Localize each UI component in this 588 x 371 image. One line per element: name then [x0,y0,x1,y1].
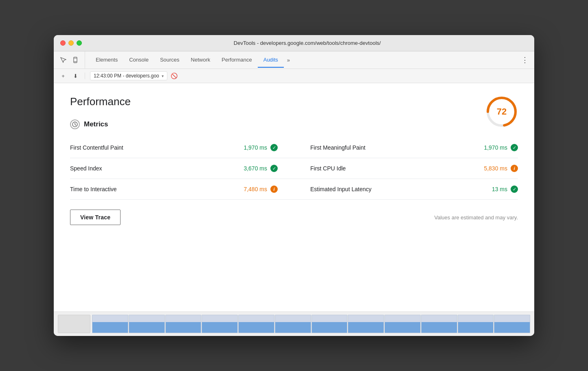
strip-frames [58,315,530,333]
audit-timestamp: 12:43:00 PM - developers.goo [94,73,159,79]
metric-value-wrapper: 7,480 ms i [244,186,278,193]
score-circle-container: 72 [485,95,518,128]
audit-selector[interactable]: 12:43:00 PM - developers.goo ▾ [90,71,167,80]
main-content: Performance 72 Metrics [54,83,534,311]
tab-performance[interactable]: Performance [216,53,257,68]
toolbar-right: ⋮ [520,55,529,64]
minimize-button[interactable] [68,40,74,46]
metric-label: Estimated Input Latency [310,186,371,192]
filmstrip-frame[interactable] [165,315,202,333]
filmstrip-frame[interactable] [238,315,274,333]
filmstrip-frame[interactable] [494,315,530,333]
metric-status-icon: i [270,186,278,193]
metric-first-meaningful-paint: First Meaningful Paint 1,970 ms ✓ [294,137,518,158]
toolbar-icons [59,51,85,68]
maximize-button[interactable] [77,40,82,46]
metric-value: 13 ms [492,186,507,192]
filmstrip-frame[interactable] [458,315,494,333]
add-audit-button[interactable]: + [59,71,68,80]
metric-status-icon: ✓ [511,144,518,151]
devtools-window: DevTools - developers.google.com/web/too… [54,35,534,336]
metric-value-wrapper: 3,670 ms ✓ [244,165,278,172]
score-value: 72 [497,106,507,117]
filmstrip-frames [92,315,530,333]
tab-sources[interactable]: Sources [154,53,185,68]
metric-speed-index: Speed Index 3,670 ms ✓ [70,158,294,179]
metrics-title: Metrics [84,120,108,128]
metric-value-wrapper: 1,970 ms ✓ [484,144,518,151]
filmstrip-frame[interactable] [421,315,457,333]
metric-label: First Contentful Paint [70,144,123,151]
tab-bar: Elements Console Sources Network Perform… [54,51,534,69]
metric-value: 7,480 ms [244,186,267,192]
metric-status-icon: ✓ [270,165,278,172]
metric-value: 3,670 ms [244,165,267,172]
secondary-toolbar: + ⬇ 12:43:00 PM - developers.goo ▾ 🚫 [54,69,534,83]
traffic-lights [60,40,82,46]
metric-value: 1,970 ms [484,144,507,151]
tab-network[interactable]: Network [185,53,216,68]
strip-thumbnail[interactable] [58,315,90,333]
metrics-icon [70,119,80,129]
metric-label: First Meaningful Paint [310,144,365,151]
score-circle: 72 [485,95,518,128]
mobile-icon[interactable] [71,55,80,64]
no-entry-icon[interactable]: 🚫 [171,73,178,79]
tab-elements[interactable]: Elements [90,53,123,68]
more-tabs-button[interactable]: » [284,53,293,68]
metrics-grid: First Contentful Paint 1,970 ms ✓ First … [70,137,518,200]
metric-estimated-input-latency: Estimated Input Latency 13 ms ✓ [294,179,518,200]
filmstrip-frame[interactable] [312,315,348,333]
metric-label: Time to Interactive [70,186,117,192]
metric-status-icon: ✓ [270,144,278,151]
metric-time-to-interactive: Time to Interactive 7,480 ms i [70,179,294,200]
toolbar-divider [85,73,85,79]
filmstrip-frame[interactable] [275,315,311,333]
dropdown-arrow-icon: ▾ [162,74,164,78]
metric-status-icon: i [511,165,518,172]
performance-title: Performance [70,95,518,108]
disclaimer-text: Values are estimated and may vary. [434,214,518,221]
filmstrip-frame[interactable] [129,315,165,333]
metric-value: 5,830 ms [484,165,507,172]
metric-value: 1,970 ms [244,144,267,151]
more-menu-button[interactable]: ⋮ [520,55,529,64]
metrics-footer: View Trace Values are estimated and may … [70,210,518,225]
metric-value-wrapper: 5,830 ms i [484,165,518,172]
metric-status-icon: ✓ [511,186,518,193]
filmstrip-frame[interactable] [92,315,128,333]
close-button[interactable] [60,40,66,46]
metric-value-wrapper: 13 ms ✓ [492,186,518,193]
tab-audits[interactable]: Audits [258,53,284,68]
filmstrip-frame[interactable] [384,315,421,333]
metric-value-wrapper: 1,970 ms ✓ [244,144,278,151]
window-title: DevTools - developers.google.com/web/too… [87,40,528,46]
view-trace-button[interactable]: View Trace [70,210,121,225]
metrics-header: Metrics [70,119,518,129]
tab-console[interactable]: Console [123,53,154,68]
download-button[interactable]: ⬇ [71,71,80,80]
filmstrip-frame[interactable] [202,315,238,333]
tabs: Elements Console Sources Network Perform… [90,53,520,68]
title-bar: DevTools - developers.google.com/web/too… [54,35,534,51]
metric-first-contentful-paint: First Contentful Paint 1,970 ms ✓ [70,137,294,158]
metric-label: First CPU Idle [310,165,346,172]
metric-label: Speed Index [70,165,102,172]
svg-point-3 [75,62,76,62]
metric-first-cpu-idle: First CPU Idle 5,830 ms i [294,158,518,179]
filmstrip-frame[interactable] [348,315,384,333]
bottom-strip [54,311,534,336]
cursor-icon[interactable] [59,55,68,64]
